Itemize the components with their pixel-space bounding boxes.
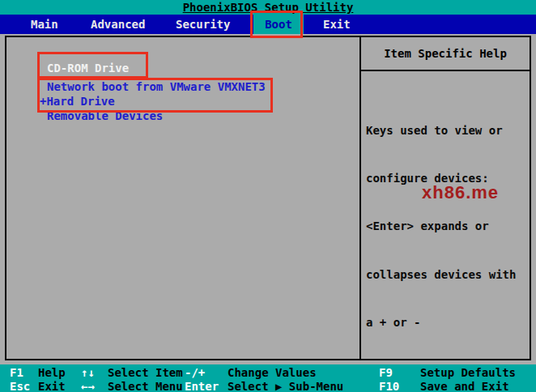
help-text-line: Keys used to view or [366, 123, 530, 139]
key-hint-plusminus-label: Change Values [228, 366, 317, 379]
annotation-box-cdrom [37, 52, 148, 79]
tab-security[interactable]: Security [176, 15, 230, 34]
key-hint-leftright-icon: ←→ [81, 380, 95, 392]
key-hint-plusminus: -/+ [185, 366, 205, 379]
key-hint-leftright-label: Select Menu [108, 380, 183, 392]
help-panel-title-text: Item Specific Help [384, 47, 507, 60]
footer-row-2: Esc Exit ←→ Select Menu Enter Select ▶ S… [0, 380, 536, 392]
key-hint-f9: F9 [379, 366, 393, 379]
tab-advanced[interactable]: Advanced [91, 15, 145, 34]
footer-row-1: F1 Help ↑↓ Select Item -/+ Change Values… [0, 366, 536, 379]
annotation-box-boot-tab [250, 11, 303, 38]
help-text-line: <Enter> expands or [366, 219, 530, 235]
key-hint-esc: Esc [10, 380, 30, 392]
annotation-box-boot-items [37, 78, 273, 113]
key-hint-enter: Enter [185, 380, 219, 392]
help-panel-body: Keys used to view or configure devices: … [366, 91, 530, 392]
key-hint-updown-label: Select Item [108, 366, 183, 379]
footer-key-bar: F1 Help ↑↓ Select Item -/+ Change Values… [0, 364, 536, 392]
panel-divider [359, 36, 361, 360]
key-hint-f1: F1 [10, 366, 23, 379]
key-hint-updown-icon: ↑↓ [81, 366, 95, 379]
key-hint-f10: F10 [379, 380, 399, 392]
help-panel-title: Item Specific Help [361, 37, 530, 71]
tab-main[interactable]: Main [31, 15, 58, 34]
key-hint-f10-label: Save and Exit [420, 380, 509, 392]
help-text-line: a + or - [366, 315, 530, 331]
help-text-line: collapses devices with [366, 267, 530, 283]
key-hint-f1-label: Help [38, 366, 66, 379]
key-hint-enter-label: Select ▶ Sub-Menu [228, 380, 343, 392]
key-hint-f9-label: Setup Defaults [420, 366, 516, 379]
bios-setup-screen: PhoenixBIOS Setup Utility Main Advanced … [0, 0, 536, 392]
tab-exit[interactable]: Exit [323, 15, 351, 34]
key-hint-esc-label: Exit [38, 380, 66, 392]
watermark: xh86.me [422, 182, 499, 203]
